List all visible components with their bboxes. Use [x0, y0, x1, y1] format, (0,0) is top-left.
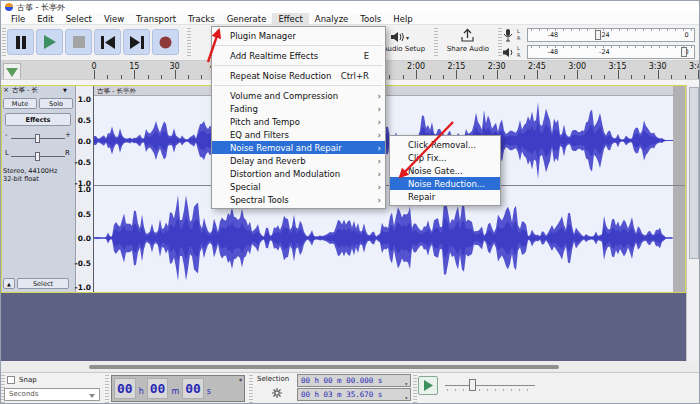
collapse-track-button[interactable]: ▲ [3, 278, 15, 289]
speed-slider-thumb[interactable] [469, 379, 476, 391]
audio-position-value[interactable]: 00 [147, 378, 169, 399]
effect-menu-item-add-realtime-effects[interactable]: Add Realtime EffectsE [212, 49, 385, 62]
menubar-item-effect[interactable]: Effect [272, 13, 308, 25]
track-name[interactable]: 古筝 - 长 [12, 86, 38, 95]
meter-volume-slider[interactable] [595, 30, 601, 40]
menubar-item-help[interactable]: Help [387, 13, 418, 25]
vertical-scrollbar-thumb[interactable] [689, 87, 699, 259]
toolbar-grip[interactable] [498, 28, 502, 58]
playback-meter-bar[interactable]: -48-240 [527, 45, 695, 59]
ruler-time-label: 2:30 [488, 62, 506, 71]
effect-menu-item-special[interactable]: Special› [212, 180, 385, 193]
statusbar-grip[interactable] [105, 375, 109, 403]
menubar-item-transport[interactable]: Transport [130, 13, 182, 25]
meter-tick [579, 46, 580, 48]
effect-menu-item-plugin-manager[interactable]: Plugin Manager [212, 29, 385, 42]
submenu-arrow-icon: › [373, 182, 381, 192]
pause-button[interactable] [7, 29, 34, 55]
effect-menu-item-eq-and-filters[interactable]: EQ and Filters› [212, 128, 385, 141]
ruler-time-label: 3:30 [649, 62, 667, 71]
menu-item-label: Add Realtime Effects [230, 51, 364, 61]
noise-submenu-item-noise-reduction[interactable]: Noise Reduction... [390, 177, 500, 190]
scrollbar-corner [686, 361, 700, 372]
meter-tick [675, 46, 676, 48]
pan-slider[interactable] [11, 156, 65, 157]
share-audio-button[interactable] [461, 28, 475, 44]
menubar-item-edit[interactable]: Edit [31, 13, 59, 25]
select-track-button[interactable]: Select [17, 278, 69, 289]
menubar-item-tracks[interactable]: Tracks [182, 13, 221, 25]
statusbar-grip[interactable] [413, 375, 417, 403]
track-bitdepth-info: 32-bit float [3, 175, 57, 183]
effect-menu-item-spectral-tools[interactable]: Spectral Tools› [212, 193, 385, 206]
playback-speed-slider[interactable] [445, 379, 535, 397]
effects-button[interactable]: Effects [5, 113, 71, 126]
menubar-item-tools[interactable]: Tools [354, 13, 387, 25]
audio-position-display[interactable]: 00h00m00s [111, 375, 245, 402]
skip-to-end-button[interactable] [123, 29, 150, 55]
gain-slider-thumb[interactable] [35, 134, 40, 143]
ruler-time-label: 2:15 [447, 62, 465, 71]
audio-position-value[interactable]: 00 [182, 378, 204, 399]
gain-slider[interactable] [11, 138, 65, 139]
meter-tick [627, 29, 628, 31]
meter-tick [659, 46, 660, 48]
noise-submenu-item-clip-fix[interactable]: Clip Fix... [390, 151, 500, 164]
recording-meter-bar[interactable]: -48-240 [527, 28, 695, 42]
noise-submenu-item-click-removal[interactable]: Click Removal... [390, 138, 500, 151]
play-button[interactable] [36, 29, 63, 55]
effect-menu-item-pitch-and-tempo[interactable]: Pitch and Tempo› [212, 115, 385, 128]
selection-start-field[interactable]: 00 h 00 m 00.000 s ▾ [297, 374, 411, 387]
speaker-icon [391, 31, 404, 43]
gear-icon[interactable] [272, 388, 282, 398]
noise-submenu-item-noise-gate[interactable]: Noise Gate... [390, 164, 500, 177]
pan-slider-thumb[interactable] [35, 152, 40, 161]
snap-checkbox[interactable] [7, 376, 15, 384]
selection-end-field[interactable]: 00 h 03 m 35.670 s ▾ [297, 388, 411, 401]
track-menu-arrow-icon[interactable]: ▼ [63, 87, 67, 93]
playback-meter[interactable]: LR -48-240 [503, 45, 695, 60]
horizontal-scrollbar[interactable] [1, 361, 686, 372]
effect-menu-item-distortion-and-modulation[interactable]: Distortion and Modulation› [212, 167, 385, 180]
horizontal-scrollbar-thumb[interactable] [89, 365, 559, 369]
meter-scale-label: -48 [548, 48, 559, 56]
snap-mode-select[interactable]: Seconds [4, 388, 100, 401]
noise-submenu-item-repair[interactable]: Repair [390, 190, 500, 203]
menu-bar: FileEditSelectViewTransportTracksGenerat… [1, 13, 700, 25]
recording-meter[interactable]: LR -48-240 [503, 28, 695, 43]
scale-label-ch2: -1.0 [75, 283, 91, 292]
menubar-item-analyze[interactable]: Analyze [309, 13, 355, 25]
effect-menu-item-repeat-noise-reduction[interactable]: Repeat Noise ReductionCtrl+R [212, 69, 385, 82]
toolbar-grip[interactable] [187, 28, 191, 58]
toolbar-grip[interactable] [2, 28, 6, 58]
effect-menu-item-fading[interactable]: Fading› [212, 102, 385, 115]
ruler-time-label: 3:45 [689, 62, 700, 71]
effect-menu-item-volume-and-compression[interactable]: Volume and Compression› [212, 89, 385, 102]
toolbar-grip[interactable] [434, 28, 438, 58]
menubar-item-select[interactable]: Select [60, 13, 98, 25]
audio-position-value[interactable]: 00 [114, 378, 136, 399]
meter-tick [667, 29, 668, 31]
audio-setup-button[interactable]: ▾ [391, 29, 421, 45]
effect-menu-item-noise-removal-and-repair[interactable]: Noise Removal and Repair› [212, 141, 385, 154]
mute-button[interactable]: Mute [3, 98, 37, 109]
time-format-arrow-icon[interactable]: ▾ [239, 376, 242, 383]
effect-menu-item-delay-and-reverb[interactable]: Delay and Reverb› [212, 154, 385, 167]
menubar-item-file[interactable]: File [5, 13, 31, 25]
meter-tick [611, 29, 612, 31]
meter-tick [643, 46, 644, 48]
meter-volume-slider[interactable] [681, 47, 687, 57]
ruler-tick [577, 70, 578, 79]
solo-button[interactable]: Solo [39, 98, 73, 109]
meter-tick [571, 29, 572, 31]
vertical-scrollbar[interactable] [686, 85, 700, 361]
track-close-button[interactable]: × [3, 86, 9, 94]
record-button[interactable] [152, 29, 179, 55]
menubar-item-view[interactable]: View [98, 13, 130, 25]
menubar-item-generate[interactable]: Generate [221, 13, 273, 25]
stop-button[interactable] [65, 29, 92, 55]
submenu-arrow-icon: › [373, 169, 381, 179]
skip-to-start-button[interactable] [94, 29, 121, 55]
statusbar-grip[interactable] [249, 375, 253, 403]
play-at-speed-button[interactable] [418, 376, 438, 395]
